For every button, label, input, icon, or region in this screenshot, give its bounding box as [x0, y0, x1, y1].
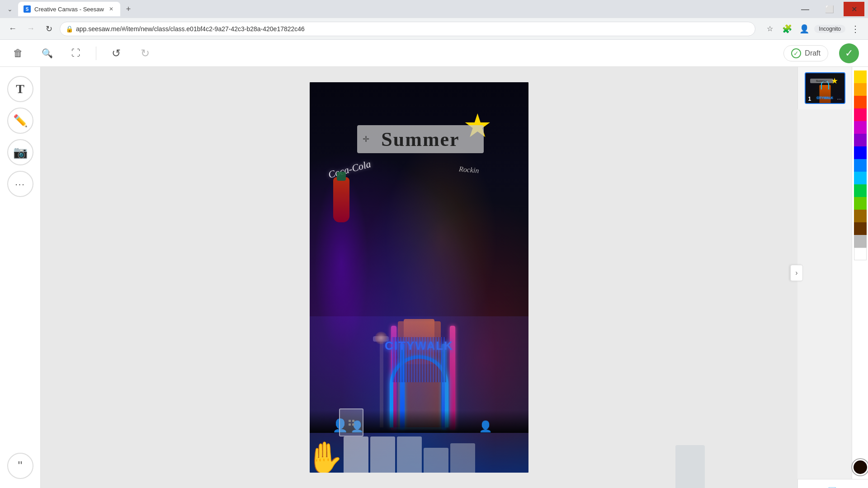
browser-tab-active[interactable]: S Creative Canvas - Seesaw ✕ [18, 2, 120, 16]
draw-tool-btn[interactable]: ✏️ [7, 108, 33, 134]
address-url: app.seesaw.me/#/item/new/class/class.e01… [76, 25, 305, 33]
redo-btn[interactable]: ↻ [136, 44, 154, 62]
draft-label: Draft [805, 49, 821, 57]
color-swatch-cornflower[interactable] [854, 159, 867, 172]
collapse-panel-btn[interactable]: › [790, 265, 803, 281]
canvas[interactable]: Coca-Cola CITYWALK [310, 82, 528, 473]
quote-tool-btn[interactable]: " [7, 453, 33, 479]
color-swatch-dark-brown[interactable] [854, 222, 867, 235]
color-swatch-red-orange[interactable] [854, 96, 867, 108]
right-wrapper: › CITYWALK ★ Su [797, 67, 868, 488]
submit-icon: ✓ [845, 47, 853, 59]
tab-favicon: S [24, 5, 31, 13]
tab-close-btn[interactable]: ✕ [108, 5, 115, 13]
right-content: › CITYWALK ★ Su [797, 67, 868, 479]
hand-sticker: 🤚 [310, 442, 344, 473]
color-swatch-brown[interactable] [854, 210, 867, 222]
page-1-number: 1 [808, 96, 811, 102]
color-swatch-lime[interactable] [854, 197, 867, 210]
window-controls: — ⬜ ✕ [795, 2, 864, 16]
tab-title: Creative Canvas - Seesaw [34, 6, 104, 13]
close-btn[interactable]: ✕ [844, 2, 864, 16]
bookmark-btn[interactable]: ☆ [763, 22, 777, 36]
canvas-area: Coca-Cola CITYWALK [41, 67, 797, 488]
back-btn[interactable]: ← [5, 22, 20, 36]
resize-dots [349, 420, 354, 426]
pages-panel-wrapper: › CITYWALK ★ Su [797, 67, 852, 479]
add-page-area: 📄 + Add Page [797, 479, 868, 488]
sticker-card-4 [424, 448, 448, 473]
camera-tool-btn[interactable]: 📷 [7, 139, 33, 165]
bottom-stickers-row [344, 436, 528, 473]
color-swatch-magenta[interactable] [854, 121, 867, 134]
color-swatch-white[interactable] [854, 248, 867, 260]
minimize-btn[interactable]: — [795, 2, 816, 16]
more-tool-icon: ··· [15, 179, 25, 189]
forward-btn[interactable]: → [24, 22, 38, 36]
address-bar[interactable]: 🔒 app.seesaw.me/#/item/new/class/class.e… [60, 22, 755, 36]
undo-btn[interactable]: ↺ [107, 44, 125, 62]
maximize-btn[interactable]: ⬜ [819, 2, 840, 16]
tab-bar: ⌄ S Creative Canvas - Seesaw ✕ + — ⬜ ✕ [0, 0, 868, 18]
profile-btn[interactable]: 👤 [797, 22, 811, 36]
pages-panel: CITYWALK ★ Summer 1 ··· [797, 67, 852, 109]
sticker-card-2 [370, 436, 395, 473]
incognito-badge: Incognito [814, 25, 845, 33]
refresh-btn[interactable]: ↻ [42, 22, 56, 36]
color-swatch-purple[interactable] [854, 134, 867, 146]
draft-btn[interactable]: ✓ Draft [783, 45, 828, 61]
browser-frame: ⌄ S Creative Canvas - Seesaw ✕ + — ⬜ ✕ ←… [0, 0, 868, 488]
move-cursor-icon: ✛ [363, 134, 369, 144]
summer-text: Summer [381, 128, 459, 151]
person-3: 👤 [479, 420, 492, 433]
submit-btn[interactable]: ✓ [839, 43, 859, 63]
menu-btn[interactable]: ⋮ [848, 22, 863, 36]
camera-tool-icon: 📷 [13, 145, 28, 160]
draw-tool-icon: ✏️ [13, 114, 28, 128]
draft-check-icon: ✓ [791, 48, 801, 58]
color-swatch-yellow[interactable] [854, 70, 867, 83]
nav-right: ☆ 🧩 👤 Incognito ⋮ [763, 22, 863, 36]
address-lock-icon: 🔒 [66, 25, 73, 33]
color-swatch-blue[interactable] [854, 146, 867, 159]
zoom-btn[interactable]: 🔍+ [38, 44, 56, 62]
color-swatch-orange[interactable] [854, 83, 867, 96]
main-area: T ✏️ 📷 ··· " [0, 67, 868, 488]
new-tab-btn[interactable]: + [122, 3, 135, 15]
page-1-more[interactable]: ··· [837, 96, 841, 102]
nav-bar: ← → ↻ 🔒 app.seesaw.me/#/item/new/class/c… [0, 18, 868, 40]
page-1-thumb[interactable]: CITYWALK ★ Summer 1 ··· [805, 72, 845, 104]
app-toolbar: 🗑 🔍+ ⛶ ↺ ↻ ✓ Draft ✓ [0, 40, 868, 67]
delete-btn[interactable]: 🗑 [9, 44, 27, 62]
canvas-background: Coca-Cola CITYWALK [310, 82, 528, 473]
tab-group-btn[interactable]: ⌄ [4, 3, 16, 15]
text-tool-btn[interactable]: T [7, 76, 33, 102]
sticker-card-5 [450, 443, 475, 473]
quote-tool-icon: " [18, 459, 23, 473]
color-palette [852, 67, 868, 479]
text-tool-icon: T [16, 82, 24, 96]
fullscreen-btn[interactable]: ⛶ [67, 44, 85, 62]
tab-bar-left: ⌄ S Creative Canvas - Seesaw ✕ + [4, 2, 135, 16]
outside-card-right [675, 445, 705, 488]
summer-text-box[interactable]: ✛ Summer [357, 125, 484, 153]
color-swatch-green[interactable] [854, 184, 867, 197]
app-content: 🗑 🔍+ ⛶ ↺ ↻ ✓ Draft ✓ T [0, 40, 868, 488]
left-toolbar: T ✏️ 📷 ··· " [0, 67, 41, 488]
resize-handle[interactable] [339, 408, 363, 436]
extensions-btn[interactable]: 🧩 [780, 22, 794, 36]
color-swatch-pink[interactable] [854, 108, 867, 121]
sticker-card-3 [397, 436, 422, 473]
more-tool-btn[interactable]: ··· [7, 171, 33, 197]
color-swatch-gray[interactable] [854, 235, 867, 248]
selected-color-swatch[interactable] [852, 459, 868, 475]
sticker-card-1 [344, 436, 368, 473]
color-swatch-sky-blue[interactable] [854, 172, 867, 184]
